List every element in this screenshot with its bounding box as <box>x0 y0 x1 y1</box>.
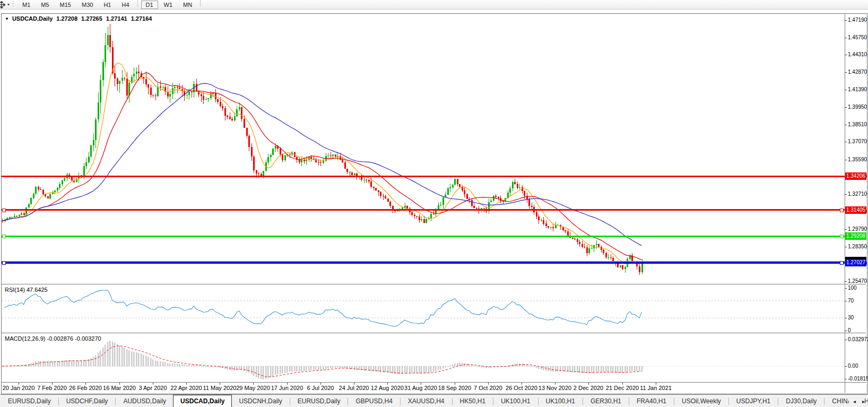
tab-usdcad-daily[interactable]: USDCAD,Daily <box>173 395 232 407</box>
horizontal-line-1.34206[interactable] <box>2 176 845 177</box>
chart-tab-bar: EURUSD,DailyUSDCHF,DailyAUDUSD,DailyUSDC… <box>0 394 868 407</box>
price-tick-mark <box>845 281 847 282</box>
price-tick-mark <box>845 229 847 230</box>
tab-usoil-weekly[interactable]: USOil,Weekly <box>675 395 728 407</box>
ohlc-low: 1.27141 <box>106 15 127 22</box>
timeframe-button-m30[interactable]: M30 <box>77 1 98 9</box>
tab-usdcnh-daily[interactable]: USDCNH,Daily <box>232 395 289 407</box>
timeframe-button-mn[interactable]: MN <box>178 1 197 9</box>
price-tick-mark <box>845 125 847 125</box>
tab-gbpusd-h4[interactable]: GBPUSD,H4 <box>349 395 399 407</box>
timeframe-button-m1[interactable]: M1 <box>18 1 35 9</box>
tab-uk100-h1[interactable]: UK100,H1 <box>539 395 582 407</box>
toolbar-grip-handle[interactable] <box>12 2 14 8</box>
tab-fra40-h1[interactable]: FRA40,H1 <box>630 395 673 407</box>
line-handle[interactable] <box>840 235 844 238</box>
rsi-canvas[interactable] <box>2 285 845 333</box>
price-overlay <box>2 14 845 284</box>
price-tick-mark <box>845 90 847 90</box>
pane-separator-1[interactable] <box>2 284 866 284</box>
toolbar-dropdown-caret[interactable]: ▾ <box>7 2 10 7</box>
tab-xauusd-h4[interactable]: XAUUSD,H4 <box>401 395 452 407</box>
date-tick-label: 13 Nov 2020 <box>536 385 574 391</box>
line-handle[interactable] <box>840 261 844 265</box>
tab-separator <box>400 398 401 405</box>
pane-separator-2[interactable] <box>2 333 866 333</box>
price-tick-label: 1.28350 <box>848 244 867 249</box>
rsi-line[interactable] <box>5 290 642 326</box>
timeframe-button-m15[interactable]: M15 <box>55 1 76 9</box>
price-tick-label: 1.39950 <box>848 104 867 110</box>
tab-eurusd-daily[interactable]: EURUSD,Daily <box>291 395 348 407</box>
timeframe-button-h1[interactable]: H1 <box>99 1 116 9</box>
line-handle[interactable] <box>840 209 844 212</box>
price-axis: 1.471901.457501.443101.428701.413901.399… <box>845 14 867 393</box>
line-handle[interactable] <box>2 235 6 238</box>
tabs-scroll-right-icon[interactable]: ▸ <box>862 399 865 404</box>
macd-canvas[interactable] <box>2 334 845 382</box>
timeframe-button-h4[interactable]: H4 <box>117 1 134 9</box>
price-tick-label: 1.32710 <box>848 191 867 197</box>
tab-scroll-buttons: ◂ ▸ <box>849 395 865 407</box>
price-tick-label: 1.38510 <box>848 122 867 127</box>
tab-separator <box>348 398 348 405</box>
macd-tick-label: 0.00 <box>848 363 858 369</box>
tab-separator <box>824 398 824 405</box>
pan-tool-icon[interactable] <box>0 1 5 8</box>
tab-audusd-daily[interactable]: AUDUSD,Daily <box>116 395 173 407</box>
horizontal-line-1.29208[interactable] <box>2 236 845 237</box>
macd-title: MACD(12,26,9) -0.002876 -0.003270 <box>5 335 101 342</box>
date-tick-label: 24 Jul 2020 <box>335 385 372 391</box>
rsi-tick-label: 0 <box>848 327 851 333</box>
tab-separator <box>58 398 59 405</box>
toolbar-separator <box>200 0 201 7</box>
rsi-title: RSI(14) 47.6425 <box>5 287 48 293</box>
date-tick-label: 21 Dec 2020 <box>604 385 641 391</box>
tab-eurusd-daily[interactable]: EURUSD,Daily <box>1 395 58 407</box>
tab-usdjpy-h1[interactable]: USDJPY,H1 <box>730 395 777 407</box>
price-tick-label: 1.45750 <box>848 34 867 40</box>
price-tick-mark <box>845 160 847 160</box>
horizontal-line-1.31405[interactable] <box>2 209 845 211</box>
chart-tabs: EURUSD,DailyUSDCHF,DailyAUDUSD,DailyUSDC… <box>1 395 868 407</box>
tab-separator <box>538 398 539 405</box>
date-tick-label: 3 Apr 2020 <box>134 385 171 391</box>
ohlc-open: 1.27208 <box>56 15 77 22</box>
horizontal-line-1.27027[interactable] <box>2 262 845 264</box>
tab-hk50-h1[interactable]: HK50,H1 <box>453 395 493 407</box>
line-price-label: 1.29208 <box>845 232 866 240</box>
macd-tick-label: 0.032972 <box>848 336 868 342</box>
date-tick-label: 16 Mar 2020 <box>101 385 138 391</box>
date-tick-label: 7 Feb 2020 <box>33 385 71 391</box>
rsi-tick-mark <box>845 288 847 289</box>
date-tick-label: 11 Jan 2021 <box>637 385 674 391</box>
chart-window: ▼USDCAD,Daily1.272081.272651.271411.2716… <box>1 13 867 394</box>
price-tick-mark <box>845 55 847 55</box>
tabs-scroll-left-icon[interactable]: ◂ <box>853 399 856 404</box>
line-price-label: 1.27027 <box>845 259 866 266</box>
line-handle[interactable] <box>2 209 6 212</box>
date-tick-label: 29 May 2020 <box>235 385 272 391</box>
tab-dj30-daily[interactable]: DJ30,Daily <box>779 395 823 407</box>
price-tick-mark <box>845 107 847 108</box>
chart-collapse-icon[interactable]: ▼ <box>5 16 9 21</box>
timeframe-button-d1[interactable]: D1 <box>141 1 158 9</box>
mt4-terminal: ▾ M1M5M15M30H1H4D1W1MN ▼USDCAD,Daily1.27… <box>0 0 868 407</box>
timeframe-button-m5[interactable]: M5 <box>36 1 54 9</box>
macd-histogram <box>2 341 643 379</box>
price-tick-mark <box>845 142 847 142</box>
price-tick-label: 1.37070 <box>848 138 867 144</box>
date-tick-label: 2 Dec 2020 <box>570 385 607 391</box>
tab-separator <box>583 398 583 405</box>
tab-usdchf-daily[interactable]: USDCHF,Daily <box>59 395 115 407</box>
tab-uk100-h1[interactable]: UK100,H1 <box>494 395 537 407</box>
tab-ger30-h1[interactable]: GER30,H1 <box>584 395 628 407</box>
price-tick-mark <box>845 247 847 247</box>
price-tick-mark <box>845 72 847 73</box>
timeframe-button-w1[interactable]: W1 <box>159 1 178 9</box>
tab-separator <box>493 398 493 405</box>
date-tick-label: 26 Feb 2020 <box>67 385 104 391</box>
tab-separator <box>728 398 729 405</box>
tab-separator <box>290 398 290 405</box>
line-handle[interactable] <box>2 261 6 265</box>
